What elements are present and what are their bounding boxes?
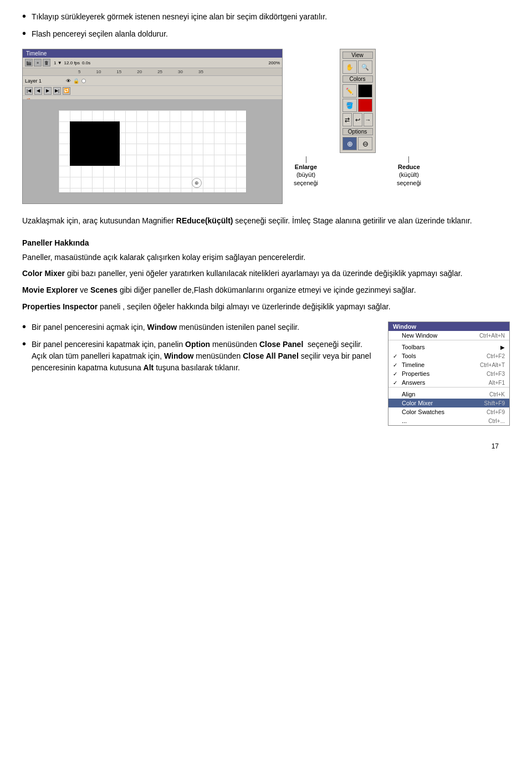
zoom-label: 200% (269, 60, 280, 65)
options-label: Options (342, 128, 373, 135)
layer-name: Layer 1 (25, 78, 64, 84)
page-number: 17 (22, 442, 510, 450)
stage-area: ⊕ (23, 99, 282, 203)
menu-label-color-mixer: Color Mixer (402, 400, 433, 406)
menu-item-color-swatches[interactable]: Color Swatches Ctrl+F9 (388, 407, 509, 416)
enlarge-paren: (büyüt) (296, 171, 315, 178)
menu-item-new-window[interactable]: New Window Ctrl+Alt+N (388, 331, 509, 340)
black-square-btn[interactable] (358, 84, 372, 98)
options-panel: View ✋ 🔍 Colors ✏️ 🪣 ⇄ ↩ → Options (340, 49, 376, 153)
reduce-btn[interactable]: ⊖ (358, 137, 372, 150)
ruler-mark-5: 5 (78, 69, 80, 74)
reduce-bold: Reduce (398, 164, 420, 170)
tl-icon-1: 🎬 (25, 59, 33, 67)
red-square-btn[interactable] (358, 99, 372, 112)
menu-item-more-left: ... (393, 417, 407, 424)
magnifier-tool-btn[interactable]: 🔍 (358, 60, 372, 74)
bottom-section: • Bir panel penceresini açmak için, Wind… (22, 322, 510, 426)
reduce-label: Reduce (küçült) seçeneği (397, 163, 421, 187)
ctrl-btn-play: ▶ (44, 87, 52, 95)
menu-label-toolbars: Toolbars (402, 344, 425, 350)
options-tools-row: ⊕ ⊖ (342, 137, 373, 150)
timeline-layer-row: Layer 1 👁 🔒 (23, 76, 282, 86)
alt-bold: Alt (144, 363, 154, 372)
ruler-mark-20: 20 (137, 69, 142, 74)
shortcut-properties: Ctrl+F3 (487, 371, 505, 377)
view-label: View (342, 52, 373, 59)
menu-item-more[interactable]: ... Ctrl+... (388, 416, 509, 425)
menu-item-color-mixer[interactable]: Color Mixer Shift+F9 (388, 399, 509, 407)
default-btn[interactable]: ↩ (353, 113, 362, 126)
ctrl-btn-4: ▶| (53, 87, 61, 95)
pencil-tool-btn[interactable]: ✏️ (342, 84, 357, 98)
section-heading-text: Paneller Hakkında (22, 238, 89, 247)
flash-right-panel: View ✋ 🔍 Colors ✏️ 🪣 ⇄ ↩ → Options (294, 49, 421, 187)
enlarge-btn[interactable]: ⊕ (342, 137, 357, 150)
menu-item-align[interactable]: Align Ctrl+K (388, 390, 509, 399)
colors-tools-row2: 🪣 (342, 99, 373, 112)
menu-item-answers[interactable]: ✓ Answers Alt+F1 (388, 378, 509, 387)
menu-item-timeline-left: ✓ Timeline (393, 361, 424, 368)
menu-item-align-left: Align (393, 391, 415, 397)
menu-label-more: ... (402, 417, 407, 424)
reduce-label-group: Reduce (küçült) seçeneği (397, 156, 421, 187)
tl-icon-3: 🗑 (43, 59, 50, 67)
shortcut-align: Ctrl+K (489, 391, 505, 397)
enlarge-bold: Enlarge (295, 164, 317, 170)
tl-icon-2: + (34, 59, 42, 67)
menu-item-properties[interactable]: ✓ Properties Ctrl+F3 (388, 369, 509, 378)
frame-dot (81, 79, 86, 83)
zoom-indicator: ⊕ (192, 178, 202, 188)
section-heading: Paneller Hakkında (22, 238, 510, 247)
bullet-text-3: Bir panel penceresini açmak için, Window… (32, 322, 371, 333)
text-block5: Properties Inspector paneli , seçilen öğ… (22, 301, 510, 313)
menu-item-new-window-left: New Window (393, 332, 437, 339)
shortcut-timeline: Ctrl+Alt+T (480, 362, 505, 368)
properties-inspector-label: Properties Inspector (22, 302, 98, 311)
enlarge-suffix: seçeneği (294, 180, 318, 186)
window-bold-1: Window (147, 323, 177, 332)
bullet-item-3: • Bir panel penceresini açmak için, Wind… (22, 322, 371, 333)
hand-tool-btn[interactable]: ✋ (342, 60, 357, 74)
bullet-text-2: Flash pencereyi seçilen alanla doldurur. (32, 28, 510, 40)
bottom-text: • Bir panel penceresini açmak için, Wind… (22, 322, 371, 379)
window-menu-title: Window (388, 322, 509, 331)
ruler-mark-30: 30 (178, 69, 183, 74)
menu-item-timeline[interactable]: ✓ Timeline Ctrl+Alt+T (388, 360, 509, 369)
more-btn[interactable]: → (364, 113, 373, 126)
layer-dots (81, 79, 86, 83)
ctrl-btn-loop: 🔁 (63, 87, 70, 95)
text-block3: Color Mixer gibi bazı paneller, yeni öğe… (22, 268, 510, 280)
timeline-label: Timeline (26, 50, 47, 57)
menu-item-tools-left: ✓ Tools (393, 353, 416, 359)
enlarge-connector-line (306, 156, 306, 163)
swap-btn[interactable]: ⇄ (342, 113, 352, 126)
ruler-mark-25: 25 (157, 69, 162, 74)
shortcut-color-swatches: Ctrl+F9 (487, 409, 505, 415)
timeline-icons-row: 🎬 + 🗑 1 ▼ 12.0 fps 0.0s 200% (23, 58, 282, 68)
fill-tool-btn[interactable]: 🪣 (342, 99, 357, 112)
menu-label-new-window: New Window (402, 332, 437, 339)
enlarge-reduce-labels-container: Enlarge (büyüt) seçeneği Reduce (küçült)… (294, 156, 421, 187)
frame-number: 1 ▼ (54, 60, 62, 65)
check-mark-answers: ✓ (393, 380, 400, 386)
time-label: 0.0s (82, 60, 90, 65)
shortcut-tools: Ctrl+F2 (487, 353, 505, 359)
menu-label-timeline: Timeline (402, 361, 424, 368)
menu-item-toolbars[interactable]: Toolbars ▶ (388, 343, 509, 351)
reduce-connector-line (408, 156, 409, 163)
menu-item-tools[interactable]: ✓ Tools Ctrl+F2 (388, 351, 509, 360)
ruler-mark-10: 10 (96, 69, 101, 74)
movie-explorer-label: Movie Explorer (22, 286, 78, 294)
arrow-toolbars: ▶ (500, 344, 505, 350)
main-content: Uzaklaşmak için, araç kutusundan Magnifi… (22, 215, 510, 313)
check-mark-timeline: ✓ (393, 362, 400, 368)
timeline-title-bar: Timeline (23, 49, 282, 58)
bullet-dot-4: • (22, 338, 26, 350)
timeline-ruler: 5 10 15 20 25 30 35 (23, 68, 282, 76)
timeline-controls-row: |◀ ◀ ▶ ▶| 🔁 (23, 86, 282, 96)
check-mark-tools: ✓ (393, 353, 400, 359)
menu-label-tools: Tools (402, 353, 416, 359)
close-panel-bold: Close Panel (259, 340, 303, 349)
bullet-dot-3: • (22, 320, 26, 333)
